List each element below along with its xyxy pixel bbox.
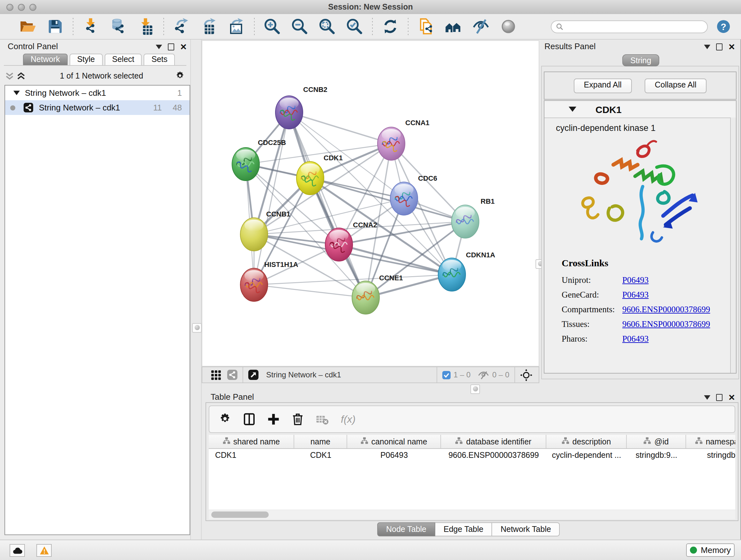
copy-network-icon[interactable] bbox=[417, 18, 434, 35]
warning-button[interactable] bbox=[37, 544, 52, 557]
column-header-description[interactable]: description bbox=[546, 435, 627, 448]
grid-view-icon[interactable] bbox=[211, 370, 221, 380]
crosslink-link[interactable]: P06493 bbox=[622, 275, 649, 285]
column-header-database-identifier[interactable]: database identifier bbox=[441, 435, 546, 448]
network-node-CDK1[interactable] bbox=[296, 162, 324, 195]
network-badge-icon[interactable] bbox=[227, 370, 238, 380]
import-table-icon[interactable] bbox=[137, 18, 154, 35]
save-session-icon[interactable] bbox=[47, 18, 64, 35]
title-bar[interactable]: Session: New Session bbox=[0, 0, 741, 15]
results-panel-close-icon[interactable]: ✕ bbox=[728, 44, 735, 50]
zoom-selected-icon[interactable] bbox=[346, 18, 363, 35]
network-node-CCNA1[interactable] bbox=[378, 127, 405, 160]
birdseye-icon[interactable] bbox=[520, 369, 532, 381]
network-node-CCNA2[interactable] bbox=[325, 228, 353, 261]
network-edge-CCNB2-CCNE1[interactable] bbox=[289, 112, 366, 298]
table-panel-float-icon[interactable] bbox=[716, 394, 723, 401]
collapse-icon[interactable] bbox=[13, 91, 20, 95]
refresh-icon[interactable] bbox=[382, 18, 399, 35]
network-overview-icon[interactable] bbox=[445, 18, 462, 35]
results-panel-float-icon[interactable] bbox=[716, 44, 723, 51]
network-node-CCNE1[interactable] bbox=[352, 281, 380, 314]
vertical-splitter[interactable] bbox=[190, 40, 202, 540]
tab-node-table[interactable]: Node Table bbox=[377, 522, 435, 537]
table-cell[interactable]: P06493 bbox=[347, 449, 441, 462]
network-node-CDC25B[interactable] bbox=[232, 147, 259, 181]
zoom-in-icon[interactable] bbox=[264, 18, 281, 35]
network-options-gear-icon[interactable] bbox=[175, 71, 185, 81]
column-header-namespace[interactable]: namespace bbox=[686, 435, 735, 448]
network-node-CDC6[interactable] bbox=[390, 182, 418, 215]
table-cell[interactable]: cyclin-dependent ... bbox=[546, 449, 627, 462]
crosslink-link[interactable]: P06493 bbox=[622, 290, 649, 300]
results-panel-menu-icon[interactable] bbox=[704, 45, 711, 49]
open-in-window-icon[interactable] bbox=[248, 370, 259, 380]
export-image-icon[interactable] bbox=[228, 18, 245, 35]
tab-network[interactable]: Network bbox=[23, 54, 68, 66]
scrollbar-thumb[interactable] bbox=[211, 511, 269, 518]
table-cell[interactable]: stringdb bbox=[686, 449, 735, 462]
help-button[interactable]: ? bbox=[716, 19, 731, 34]
network-node-RB1[interactable] bbox=[452, 205, 479, 238]
horizontal-splitter-handle[interactable] bbox=[470, 384, 480, 394]
table-cell[interactable]: 9606.ENSP00000378699 bbox=[441, 449, 546, 462]
table-panel-close-icon[interactable]: ✕ bbox=[728, 395, 735, 400]
column-header-@id[interactable]: @id bbox=[627, 435, 686, 448]
table-settings-gear-icon[interactable] bbox=[218, 413, 232, 426]
search-input[interactable] bbox=[551, 20, 708, 33]
network-canvas[interactable]: CCNB2CCNA1CDC25BCDK1CDC6RB1CCNB1CCNA2CDK… bbox=[202, 40, 539, 367]
control-panel-menu-icon[interactable] bbox=[156, 45, 162, 49]
crosslink-link[interactable]: P06493 bbox=[622, 334, 649, 344]
network-node-HIST1H1A[interactable] bbox=[240, 268, 268, 301]
network-node-CDKN1A[interactable] bbox=[438, 258, 466, 291]
selected-checkbox-icon[interactable] bbox=[442, 371, 450, 379]
column-header-shared-name[interactable]: shared name bbox=[209, 435, 294, 448]
tree-row-network[interactable]: String Network – cdk1 11 48 bbox=[5, 100, 190, 115]
tab-network-table[interactable]: Network Table bbox=[492, 522, 560, 537]
network-node-CCNB1[interactable] bbox=[240, 218, 268, 251]
network-edge-CCNB2-HIST1H1A[interactable] bbox=[254, 112, 289, 285]
open-session-icon[interactable] bbox=[19, 18, 37, 35]
table-cell[interactable]: CDK1 bbox=[209, 449, 294, 462]
table-horizontal-scrollbar[interactable] bbox=[209, 510, 735, 519]
control-panel-close-icon[interactable]: ✕ bbox=[180, 44, 187, 50]
record-icon[interactable] bbox=[500, 18, 517, 35]
add-column-icon[interactable] bbox=[267, 413, 280, 426]
crosslink-link[interactable]: 9606.ENSP00000378699 bbox=[622, 319, 710, 329]
collapse-all-button[interactable]: Collapse All bbox=[645, 78, 707, 93]
hide-panel-icon[interactable] bbox=[472, 18, 489, 35]
import-database-icon[interactable] bbox=[110, 18, 127, 35]
export-table-icon[interactable] bbox=[200, 18, 218, 35]
network-edge-CCNA2-CDKN1A[interactable] bbox=[339, 245, 452, 274]
tab-select[interactable]: Select bbox=[105, 54, 142, 66]
memory-button[interactable]: Memory bbox=[686, 543, 735, 557]
gene-section-header[interactable]: CDK1 bbox=[544, 101, 736, 118]
table-cell[interactable]: CDK1 bbox=[294, 449, 347, 462]
tab-sets[interactable]: Sets bbox=[144, 54, 175, 66]
crosslink-link[interactable]: 9606.ENSP00000378699 bbox=[622, 304, 710, 314]
expand-all-icon[interactable] bbox=[17, 71, 25, 80]
cloud-button[interactable] bbox=[10, 544, 25, 557]
expand-all-button[interactable]: Expand All bbox=[574, 78, 632, 93]
tab-style[interactable]: Style bbox=[70, 54, 103, 66]
delete-column-icon[interactable] bbox=[291, 413, 305, 426]
collapse-all-icon[interactable] bbox=[5, 71, 14, 80]
zoom-out-icon[interactable] bbox=[291, 18, 308, 35]
import-network-icon[interactable] bbox=[82, 18, 99, 35]
network-edge-CCNE1-HIST1H1A[interactable] bbox=[254, 285, 366, 298]
splitter-handle[interactable] bbox=[192, 323, 202, 333]
tree-row-collection[interactable]: String Network – cdk1 1 bbox=[5, 85, 190, 100]
export-network-icon[interactable] bbox=[173, 18, 190, 35]
tab-edge-table[interactable]: Edge Table bbox=[435, 522, 492, 537]
column-header-name[interactable]: name bbox=[294, 435, 347, 448]
results-scrollbar[interactable] bbox=[730, 118, 736, 373]
control-panel-float-icon[interactable] bbox=[168, 44, 174, 51]
tab-string[interactable]: String bbox=[622, 54, 659, 66]
collapse-gene-icon[interactable] bbox=[569, 107, 576, 112]
column-header-canonical-name[interactable]: canonical name bbox=[347, 435, 441, 448]
network-node-CCNB2[interactable] bbox=[275, 96, 303, 129]
show-columns-icon[interactable] bbox=[243, 413, 256, 426]
table-panel-menu-icon[interactable] bbox=[704, 395, 711, 400]
table-cell[interactable]: stringdb:9... bbox=[627, 449, 686, 462]
zoom-fit-icon[interactable] bbox=[319, 18, 336, 35]
